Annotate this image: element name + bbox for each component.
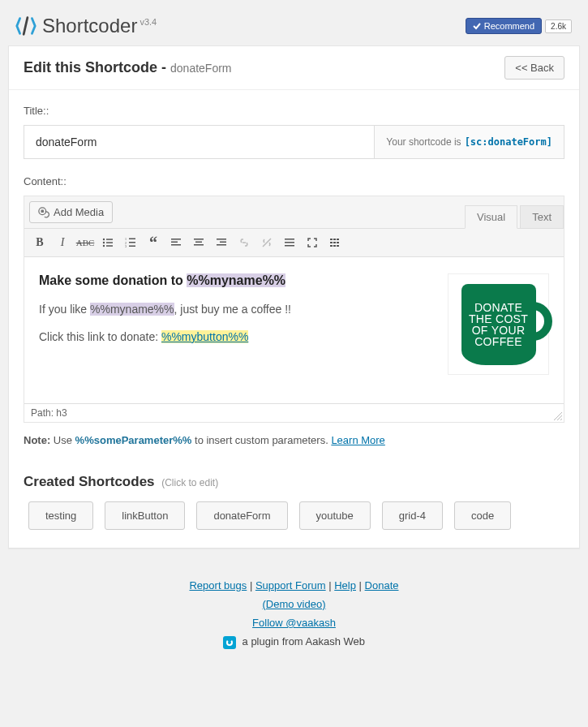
editor-toolbar: B I ABC 123 “ (24, 229, 564, 257)
svg-rect-9 (129, 239, 135, 240)
shortcode-pill[interactable]: youtube (299, 501, 371, 530)
svg-rect-13 (129, 246, 135, 247)
svg-rect-30 (333, 242, 336, 243)
italic-button[interactable]: I (52, 232, 73, 253)
kitchen-sink-button[interactable] (324, 232, 346, 253)
resize-handle[interactable] (552, 411, 562, 420)
svg-rect-24 (285, 242, 294, 243)
tab-visual[interactable]: Visual (465, 205, 517, 229)
editor: Add Media Visual Text B I ABC 123 “ (24, 196, 564, 423)
page-title: Shortcoderv3.4 (42, 15, 157, 37)
svg-rect-29 (330, 242, 333, 243)
svg-rect-1 (41, 209, 45, 213)
footer: Report bugs | Support Forum | Help | Don… (0, 565, 588, 672)
shortcode-tag-info: Your shortcode is [sc:donateForm] (374, 125, 564, 159)
svg-rect-34 (337, 245, 339, 247)
credit-text: a plugin from Aakash Web (242, 635, 366, 647)
svg-rect-5 (106, 242, 113, 243)
back-button[interactable]: << Back (504, 56, 564, 80)
aakash-web-icon (223, 636, 236, 649)
svg-point-4 (103, 242, 105, 243)
title-label: Title:: (24, 105, 564, 117)
help-link[interactable]: Help (334, 579, 356, 591)
donate-image: DONATE THE COST OF YOUR COFFEE (448, 273, 549, 375)
svg-rect-23 (285, 239, 294, 240)
svg-rect-22 (217, 244, 226, 246)
shortcode-pill[interactable]: grid-4 (382, 501, 443, 530)
param-myname: %%myname%% (90, 303, 174, 316)
strikethrough-button[interactable]: ABC (75, 232, 96, 253)
fullscreen-button[interactable] (302, 232, 323, 253)
tab-text[interactable]: Text (520, 205, 564, 228)
svg-rect-17 (194, 239, 204, 240)
svg-rect-32 (330, 245, 333, 247)
svg-rect-28 (337, 239, 339, 240)
demo-video-link[interactable]: (Demo video) (262, 598, 325, 610)
support-forum-link[interactable]: Support Forum (255, 579, 326, 591)
svg-rect-31 (337, 242, 339, 243)
editor-path: Path: h3 (24, 403, 564, 422)
svg-rect-20 (217, 239, 226, 240)
svg-rect-3 (106, 239, 113, 240)
fb-recommend-button[interactable]: Recommend (466, 18, 542, 34)
svg-rect-7 (106, 245, 113, 247)
editor-content[interactable]: DONATE THE COST OF YOUR COFFEE Make some… (24, 257, 564, 403)
svg-rect-15 (171, 242, 178, 243)
blockquote-button[interactable]: “ (143, 232, 164, 253)
param-myname: %%myname%% (187, 273, 285, 287)
svg-rect-21 (220, 242, 226, 243)
title-input[interactable] (24, 125, 374, 159)
note-row: Note: Use %%someParameter%% to insert cu… (24, 434, 564, 446)
svg-rect-19 (194, 244, 204, 246)
report-bugs-link[interactable]: Report bugs (189, 579, 247, 591)
align-right-button[interactable] (211, 232, 232, 253)
svg-point-6 (103, 245, 105, 247)
param-mybutton: %%mybutton%% (161, 330, 248, 343)
created-shortcodes-header: Created Shortcodes (Click to edit) (9, 461, 579, 490)
fb-recommend-count: 2.6k (545, 19, 572, 33)
svg-rect-11 (129, 242, 135, 243)
page-header: Shortcoderv3.4 Recommend 2.6k (0, 0, 588, 45)
svg-rect-18 (195, 242, 202, 243)
align-left-button[interactable] (165, 232, 187, 253)
shortcode-pill[interactable]: testing (28, 501, 93, 530)
unlink-button[interactable] (256, 232, 277, 253)
svg-text:3: 3 (125, 244, 127, 248)
svg-rect-33 (333, 245, 336, 247)
content-label: Content:: (24, 175, 564, 187)
donate-link[interactable]: Donate (365, 579, 399, 591)
add-media-button[interactable]: Add Media (29, 201, 113, 223)
insert-more-button[interactable] (279, 232, 300, 253)
align-center-button[interactable] (188, 232, 209, 253)
edit-shortcode-panel: Edit this Shortcode - donateForm << Back… (8, 45, 580, 548)
follow-link[interactable]: Follow @vaakash (252, 617, 336, 629)
svg-rect-26 (330, 239, 333, 240)
bold-button[interactable]: B (29, 232, 50, 253)
shortcode-pill[interactable]: code (454, 501, 511, 530)
learn-more-link[interactable]: Learn More (331, 434, 384, 446)
shortcode-pill[interactable]: donateForm (196, 501, 287, 530)
svg-point-2 (103, 239, 105, 240)
svg-rect-16 (171, 244, 181, 246)
svg-rect-27 (333, 239, 336, 240)
shortcoder-logo-icon (15, 15, 37, 37)
panel-heading: Edit this Shortcode - donateForm (24, 59, 232, 76)
svg-rect-25 (285, 245, 294, 247)
number-list-button[interactable]: 123 (120, 232, 141, 253)
created-shortcodes-list: testing linkButton donateForm youtube gr… (9, 490, 579, 548)
bullet-list-button[interactable] (97, 232, 118, 253)
shortcode-pill[interactable]: linkButton (105, 501, 185, 530)
svg-rect-14 (171, 239, 181, 240)
link-button[interactable] (234, 232, 255, 253)
